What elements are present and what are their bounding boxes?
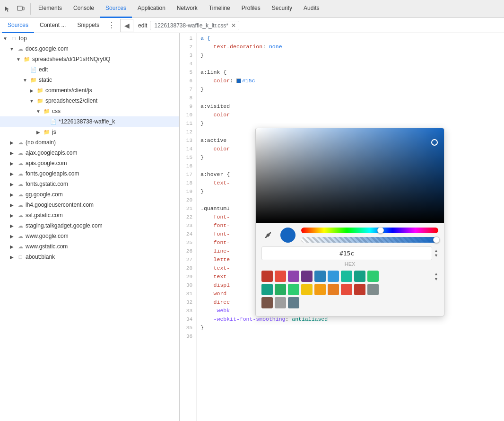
tab-security[interactable]: Security (266, 0, 298, 18)
domain-icon: ☁ (17, 232, 24, 240)
devtools-top-tabs: Elements Console Sources Application Net… (0, 0, 504, 18)
folder-icon: 📁 (43, 128, 51, 136)
tab-audits[interactable]: Audits (298, 0, 325, 18)
cursor-icon[interactable] (2, 3, 13, 15)
swatch[interactable] (354, 271, 365, 282)
tree-item-staging[interactable]: ▶ ☁ staging.talkgadget.google.com (0, 220, 179, 231)
swatch[interactable] (314, 271, 326, 282)
swatch[interactable] (301, 271, 313, 282)
file-icon-purple: 📄 (50, 118, 57, 125)
tree-item-static[interactable]: ▼ 📁 static (0, 75, 179, 85)
color-swatches-section: ▲ ▼ (256, 267, 444, 308)
tab-sources[interactable]: Sources (100, 0, 132, 18)
hue-slider[interactable] (301, 228, 438, 233)
code-line: color (200, 111, 504, 119)
tree-item-spreadsheets[interactable]: ▼ 📁 spreadsheets/d/1P1sRNQry0Q (0, 54, 179, 64)
swatch[interactable] (261, 271, 273, 282)
file-tab[interactable]: 1226138738-waffle_k_ltr.css* ✕ (150, 21, 239, 30)
tree-item-waffle-css[interactable]: 📄 *1226138738-waffle_k (0, 116, 179, 127)
swatch[interactable] (341, 284, 352, 295)
tree-item-lh4[interactable]: ▶ ☁ lh4.googleusercontent.com (0, 200, 179, 210)
tree-item-ssl-gstatic[interactable]: ▶ ☁ ssl.gstatic.com (0, 210, 179, 220)
tree-item-fonts-gstatic[interactable]: ▶ ☁ fonts.gstatic.com (0, 179, 179, 189)
swatch[interactable] (275, 284, 286, 295)
tree-arrow: ▶ (9, 254, 15, 260)
tree-item-css[interactable]: ▼ 📁 css (0, 106, 179, 116)
tab-application[interactable]: Application (132, 0, 171, 18)
tab-network[interactable]: Network (171, 0, 203, 18)
sliders-area (301, 228, 438, 243)
code-line (200, 60, 504, 68)
swatch[interactable] (328, 271, 339, 282)
format-arrows[interactable]: ▲ ▼ (434, 249, 438, 258)
swatch[interactable] (275, 297, 286, 308)
tree-label: js (52, 129, 56, 135)
tree-item-www-gstatic[interactable]: ▶ ☁ www.gstatic.com (0, 241, 179, 252)
tree-item-www-google[interactable]: ▶ ☁ www.google.com (0, 231, 179, 241)
hex-input-row: ▲ ▼ (256, 246, 444, 260)
tree-arrow: ▼ (35, 109, 42, 114)
tab-timeline[interactable]: Timeline (203, 0, 236, 18)
domain-icon: ☁ (17, 180, 24, 188)
subtab-sources[interactable]: Sources (2, 18, 34, 33)
subtab-content[interactable]: Content ... (34, 18, 71, 33)
tree-item-spreadsheets2[interactable]: ▼ 📁 spreadsheets2/client (0, 96, 179, 106)
swatch[interactable] (275, 271, 286, 282)
tree-item-ajax[interactable]: ▶ ☁ ajax.googleapis.com (0, 148, 179, 158)
tree-label: edit (39, 66, 48, 73)
swatch[interactable] (288, 297, 299, 308)
device-icon[interactable] (15, 3, 26, 15)
swatch[interactable] (354, 284, 365, 295)
format-down-arrow[interactable]: ▼ (434, 254, 438, 258)
tree-label: spreadsheets2/client (45, 97, 97, 104)
tree-arrow: ▶ (9, 161, 15, 166)
tab-elements[interactable]: Elements (33, 0, 68, 18)
tree-item-fonts-apis[interactable]: ▶ ☁ fonts.googleapis.com (0, 168, 179, 179)
tree-item-apis[interactable]: ▶ ☁ apis.google.com (0, 158, 179, 168)
tree-item-about-blank[interactable]: ▶ □ about:blank (0, 252, 179, 262)
tree-arrow: ▼ (15, 57, 22, 62)
tree-item-js[interactable]: ▶ 📁 js (0, 127, 179, 137)
folder-icon: 📁 (23, 55, 31, 63)
hex-input[interactable] (261, 246, 432, 260)
domain-icon: ☁ (17, 201, 24, 209)
subtabs-row: Sources Content ... Snippets ⋮ ◀ edit 12… (0, 18, 504, 33)
swatch[interactable] (328, 284, 339, 295)
tree-item-comments[interactable]: ▶ 📁 comments/client/js (0, 85, 179, 96)
alpha-thumb (433, 237, 440, 243)
more-button[interactable]: ⋮ (105, 21, 118, 30)
swatch[interactable] (367, 284, 379, 295)
tab-profiles[interactable]: Profiles (236, 0, 266, 18)
domain-icon: ☁ (17, 139, 24, 146)
folder-icon: 📁 (36, 97, 44, 105)
swatch[interactable] (261, 297, 273, 308)
eyedropper-button[interactable] (261, 228, 275, 242)
swatch[interactable] (367, 271, 379, 282)
color-gradient-area[interactable] (256, 128, 444, 223)
tree-label: spreadsheets/d/1P1sRNQry0Q (32, 56, 110, 62)
swatch[interactable] (261, 284, 273, 295)
tree-item-top[interactable]: ▼ □ top (0, 33, 179, 44)
tree-item-no-domain[interactable]: ▶ ☁ (no domain) (0, 137, 179, 148)
swatch[interactable] (341, 271, 352, 282)
swatch[interactable] (288, 271, 299, 282)
svg-rect-0 (17, 6, 22, 10)
code-line: a:link { (200, 68, 504, 77)
nav-back-button[interactable]: ◀ (120, 19, 133, 32)
alpha-slider[interactable] (301, 237, 438, 243)
tree-label: ajax.googleapis.com (26, 149, 77, 156)
format-up-arrow[interactable]: ▲ (434, 249, 438, 253)
tree-item-edit[interactable]: 📄 edit (0, 64, 179, 75)
tree-item-docs-google[interactable]: ▼ ☁ docs.google.com (0, 44, 179, 54)
domain-icon: ☁ (17, 211, 24, 219)
tree-label: lh4.googleusercontent.com (26, 202, 94, 208)
swatch[interactable] (314, 284, 326, 295)
subtab-snippets[interactable]: Snippets (71, 18, 105, 33)
swatch[interactable] (301, 284, 313, 295)
swatches-more-arrows[interactable]: ▲ ▼ (434, 272, 438, 281)
close-file-button[interactable]: ✕ (231, 22, 236, 29)
swatch[interactable] (288, 284, 299, 295)
tree-label: www.google.com (26, 233, 69, 239)
tab-console[interactable]: Console (68, 0, 100, 18)
tree-item-gg-google[interactable]: ▶ ☁ gg.google.com (0, 189, 179, 200)
